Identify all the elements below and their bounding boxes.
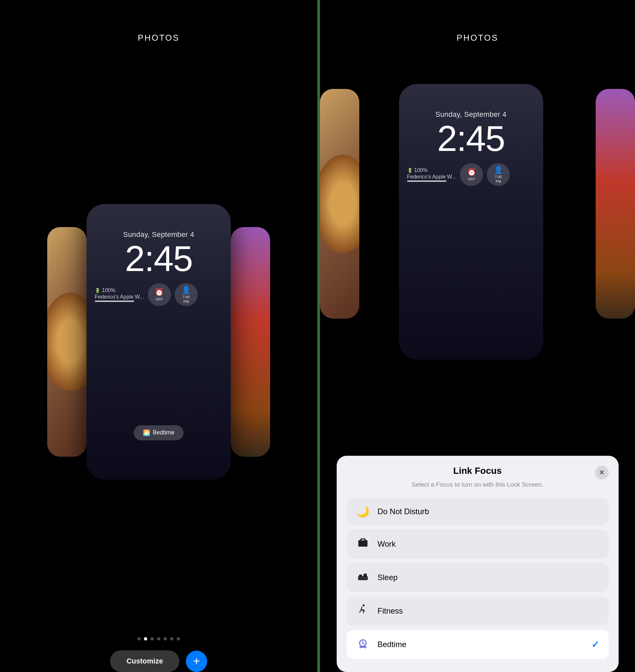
bedtime-modal-icon: [356, 637, 370, 652]
left-dot-indicators: [137, 637, 180, 640]
right-widget2-sublabel: PM: [496, 180, 501, 184]
right-phone-area: Sunday, September 4 2:45 🔋 100% Federico…: [320, 56, 635, 368]
focus-item-work[interactable]: Work: [347, 530, 609, 559]
sleep-icon: [356, 570, 370, 585]
modal-subtitle: Select a Focus to turn on with this Lock…: [347, 481, 609, 488]
left-right-peek: [231, 227, 270, 457]
left-battery-bar-fill: [95, 300, 134, 302]
bedtime-icon: 🌅: [143, 429, 150, 436]
customize-button[interactable]: Customize: [110, 650, 179, 672]
left-battery-label: Federico's Apple W...: [95, 294, 144, 300]
right-cat-photo-peek: [320, 89, 359, 319]
focus-item-bedtime[interactable]: Bedtime ✓: [347, 630, 609, 659]
left-panel: PHOTOS Sunday, September 4 2:45 🔋 100% F…: [0, 0, 318, 672]
right-battery-percent: 100%: [414, 167, 428, 173]
dot-4: [157, 637, 160, 640]
left-main-phone: Sunday, September 4 2:45 🔋 100% Federico…: [87, 204, 231, 480]
right-battery-text: 🔋 100%: [407, 167, 456, 173]
right-panel: PHOTOS Sunday, September 4 2:45 🔋 100% F…: [320, 0, 635, 672]
left-alarm-widget: ⏰ OFF: [148, 283, 171, 306]
left-phone-bottom: 🌅 Bedtime: [134, 425, 183, 440]
right-alarm-widget: ⏰ OFF: [460, 163, 483, 186]
left-phone-widgets: 🔋 100% Federico's Apple W... ⏰ OFF 👤 7:4…: [87, 283, 231, 306]
fitness-icon: [356, 604, 370, 618]
right-main-phone: Sunday, September 4 2:45 🔋 100% Federico…: [399, 84, 543, 360]
right-phone-time: 2:45: [399, 121, 543, 156]
schedule-icon: 👤: [182, 286, 191, 294]
svg-rect-7: [364, 573, 367, 577]
modal-title: Link Focus: [453, 466, 502, 476]
link-focus-modal: Link Focus ✕ Select a Focus to turn on w…: [337, 456, 619, 672]
right-battery-bar-fill: [407, 181, 446, 182]
right-battery-icon: 🔋: [407, 168, 413, 173]
work-icon: [356, 537, 370, 551]
panel-divider: [318, 0, 320, 672]
left-battery-text: 🔋 100%: [95, 288, 144, 293]
dot-5: [163, 637, 167, 640]
focus-list: 🌙 Do Not Disturb Work: [347, 498, 609, 659]
right-schedule-icon: 👤: [494, 166, 503, 174]
focus-label-fitness: Fitness: [378, 606, 599, 615]
focus-item-sleep[interactable]: Sleep: [347, 563, 609, 592]
battery-icon: 🔋: [95, 288, 100, 293]
left-time-widget: 👤 7:40 PM: [175, 283, 198, 306]
modal-close-button[interactable]: ✕: [595, 466, 609, 479]
svg-rect-5: [358, 578, 368, 579]
left-phone-time: 2:45: [87, 240, 231, 277]
right-side-peek: [596, 89, 635, 319]
focus-item-do-not-disturb[interactable]: 🌙 Do Not Disturb: [347, 498, 609, 525]
svg-rect-6: [359, 574, 362, 577]
dot-1: [137, 637, 140, 640]
alarm-icon: ⏰: [155, 288, 163, 297]
add-button[interactable]: +: [186, 651, 207, 672]
right-widget1-label: OFF: [468, 177, 475, 181]
svg-point-8: [363, 604, 365, 606]
bedtime-checkmark: ✓: [591, 639, 599, 650]
left-widget2-sublabel: PM: [183, 299, 189, 303]
focus-item-fitness[interactable]: Fitness: [347, 596, 609, 625]
left-cat-photo-peek: [47, 227, 87, 457]
left-phone-carousel: Sunday, September 4 2:45 🔋 100% Federico…: [0, 56, 318, 627]
right-phone-date: Sunday, September 4: [399, 110, 543, 119]
left-battery-bar: [95, 300, 134, 302]
dot-3: [151, 637, 154, 640]
right-widget2-label: 7:40: [495, 175, 502, 179]
focus-label-bedtime: Bedtime: [378, 640, 583, 649]
left-bottom-controls: Customize +: [110, 650, 207, 672]
left-bedtime-label: Bedtime: [153, 429, 174, 436]
focus-label-work: Work: [378, 540, 599, 549]
moon-icon: 🌙: [356, 505, 370, 518]
dot-2: [144, 637, 147, 640]
left-battery-percent: 100%: [102, 288, 115, 293]
svg-rect-3: [362, 540, 364, 541]
modal-header: Link Focus ✕: [347, 466, 609, 476]
dot-7: [177, 637, 180, 640]
left-bedtime-pill: 🌅 Bedtime: [134, 425, 183, 440]
focus-label-do-not-disturb: Do Not Disturb: [378, 507, 599, 516]
right-battery-label: Federico's Apple W...: [407, 174, 456, 180]
left-widget1-label: OFF: [156, 297, 163, 301]
right-alarm-icon: ⏰: [467, 168, 476, 176]
right-phone-widgets: 🔋 100% Federico's Apple W... ⏰ OFF 👤 7:4…: [399, 163, 543, 186]
left-battery-widget: 🔋 100% Federico's Apple W...: [95, 288, 144, 302]
right-battery-widget: 🔋 100% Federico's Apple W...: [407, 167, 456, 182]
focus-label-sleep: Sleep: [378, 573, 599, 582]
right-battery-bar: [407, 181, 446, 182]
left-phone-date: Sunday, September 4: [87, 230, 231, 239]
left-widget2-label: 7:40: [182, 295, 190, 299]
left-panel-label: PHOTOS: [138, 33, 179, 43]
right-time-widget: 👤 7:40 PM: [487, 163, 510, 186]
right-panel-label: PHOTOS: [457, 33, 498, 43]
dot-6: [170, 637, 173, 640]
